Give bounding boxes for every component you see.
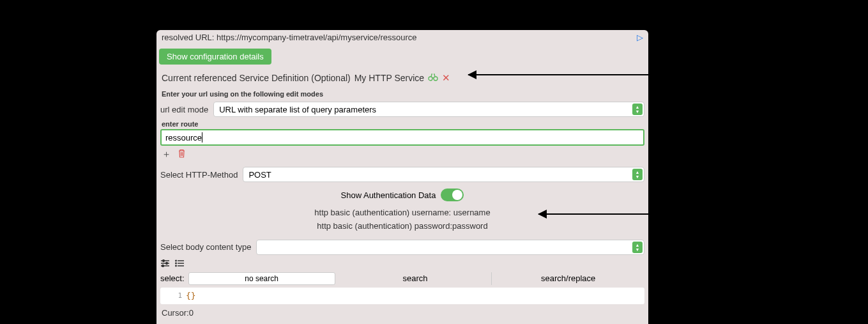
enter-route-label: enter route (156, 118, 648, 129)
select-arrows-icon: ▲▼ (632, 169, 643, 180)
annotation-arrow (538, 213, 648, 215)
route-input[interactable]: ressource (160, 129, 644, 146)
trash-icon[interactable] (178, 149, 186, 160)
svg-point-5 (176, 260, 177, 261)
settings-sliders-icon[interactable] (160, 259, 170, 269)
plus-icon[interactable]: ＋ (162, 148, 171, 160)
url-edit-mode-label: url edit mode (160, 105, 208, 114)
http-method-select[interactable]: POST ▲▼ (243, 167, 644, 182)
body-content-type-row: Select body content type ▲▼ (156, 238, 648, 258)
auth-toggle-label: Show Authentication Data (341, 190, 436, 200)
select-label: select: (160, 274, 185, 283)
close-icon[interactable]: ✕ (442, 72, 450, 84)
svg-point-6 (176, 263, 177, 264)
editor-tool-icons (156, 258, 648, 271)
svg-point-0 (429, 77, 432, 81)
svg-point-2 (163, 259, 165, 261)
select-arrows-icon: ▲▼ (632, 242, 643, 253)
select-arrows-icon: ▲▼ (632, 104, 643, 115)
code-editor[interactable]: 1 {} (160, 288, 644, 304)
search-mode-row: select: no search search search/replace (156, 271, 648, 286)
url-edit-mode-row: url edit mode URL with separate list of … (156, 100, 648, 118)
service-definition-row: Current referenced Service Definition (O… (156, 68, 648, 88)
auth-toggle-row: Show Authentication Data (156, 185, 648, 205)
auth-toggle[interactable] (441, 189, 464, 201)
search-segment[interactable]: search (339, 272, 492, 285)
service-def-name: My HTTP Service (354, 73, 424, 83)
list-icon[interactable] (175, 259, 185, 269)
body-type-select[interactable]: ▲▼ (256, 240, 644, 255)
svg-point-3 (166, 262, 168, 264)
show-config-details-button[interactable]: Show configuration details (159, 49, 271, 65)
http-method-row: Select HTTP-Method POST ▲▼ (156, 163, 648, 185)
resolved-url-text: resolved URL: https://mycompany-timetrav… (162, 33, 417, 42)
no-search-segment[interactable]: no search (188, 272, 335, 285)
auth-password-line: http basic (authentication) password:pas… (156, 220, 648, 233)
cursor-status: Cursor:0 (156, 305, 648, 320)
svg-point-4 (162, 265, 164, 266)
body-type-label: Select body content type (160, 242, 251, 252)
svg-point-7 (176, 265, 177, 266)
binoculars-icon[interactable] (428, 73, 438, 84)
add-remove-row: ＋ (156, 146, 648, 163)
code-content: {} (186, 291, 196, 300)
annotation-arrow (468, 74, 648, 75)
search-replace-segment[interactable]: search/replace (491, 272, 644, 285)
auth-credentials: http basic (authentication) username: us… (156, 205, 648, 238)
resolved-url-row: resolved URL: https://mycompany-timetrav… (156, 30, 648, 45)
http-method-label: Select HTTP-Method (160, 170, 238, 180)
line-number: 1 (160, 291, 186, 300)
url-edit-mode-select[interactable]: URL with separate list of query paramete… (213, 102, 644, 117)
edit-mode-hint: Enter your url using on the following ed… (156, 88, 648, 100)
play-icon[interactable]: ▷ (637, 33, 643, 42)
service-def-label: Current referenced Service Definition (O… (162, 73, 351, 83)
svg-point-1 (434, 77, 438, 81)
